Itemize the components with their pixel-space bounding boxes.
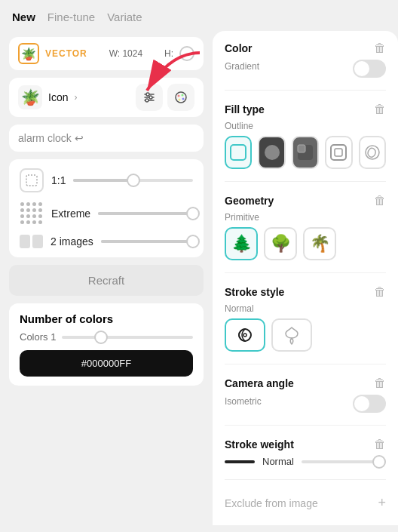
left-panel: 🪴 VECTOR W: 1024 H: 🪴 Icon › <box>0 31 213 525</box>
recraft-button[interactable]: Recraft <box>9 265 204 296</box>
stroke-weight-title: Stroke weight <box>225 438 294 451</box>
images-label: 2 images <box>51 235 93 248</box>
palette-tool-btn[interactable] <box>167 84 194 111</box>
svg-point-10 <box>182 98 185 100</box>
color-trash-icon[interactable]: 🗑 <box>374 42 386 55</box>
vector-label: VECTOR <box>45 48 87 59</box>
stroke-style-options <box>225 318 386 352</box>
fill-option-blob[interactable] <box>359 136 386 169</box>
icon-tools <box>136 84 194 111</box>
svg-rect-12 <box>26 175 37 186</box>
stroke-weight-trash-icon[interactable]: 🗑 <box>374 438 386 451</box>
stroke-weight-label: Normal <box>262 456 294 467</box>
stroke-weight-section: Stroke weight 🗑 Normal <box>225 438 386 467</box>
icon-thumbnail: 🪴 <box>18 85 42 109</box>
detail-control: Extreme <box>20 201 193 226</box>
stroke-style-header: Stroke style 🗑 <box>225 285 386 299</box>
color-section: Color 🗑 Gradient <box>225 42 386 78</box>
vector-circle-btn[interactable] <box>179 46 194 61</box>
isometric-label: Isometric <box>225 396 262 407</box>
primitive-options: 🌲 🌳 🌴 <box>225 227 386 260</box>
images-slider[interactable] <box>101 240 193 243</box>
svg-point-19 <box>243 334 246 337</box>
fill-type-title: Fill type <box>225 103 265 115</box>
tab-new[interactable]: New <box>12 11 35 23</box>
colors-title: Number of colors <box>20 312 193 325</box>
geometry-title: Geometry <box>225 195 274 207</box>
geometry-section: Geometry 🗑 Primitive 🌲 🌳 🌴 <box>225 194 386 260</box>
svg-rect-17 <box>331 145 346 160</box>
stroke-weight-slider[interactable] <box>302 460 386 463</box>
primitive-tree1[interactable]: 🌲 <box>225 227 258 260</box>
svg-rect-13 <box>231 145 246 160</box>
fill-option-filled-circle[interactable] <box>258 136 285 169</box>
tab-variate[interactable]: Variate <box>107 11 142 23</box>
settings-tool-btn[interactable] <box>136 84 163 111</box>
vector-dims: W: 1024 <box>109 48 142 59</box>
colors-section: Number of colors Colors 1 #000000FF <box>9 303 204 386</box>
svg-rect-18 <box>335 149 342 156</box>
stroke-weight-control: Normal <box>225 456 386 467</box>
fill-type-trash-icon[interactable]: 🗑 <box>374 103 386 116</box>
vector-height: H: <box>164 48 173 59</box>
gradient-label: Gradient <box>225 61 259 72</box>
stroke-style-trash-icon[interactable]: 🗑 <box>374 285 386 299</box>
exclude-add-icon[interactable]: + <box>378 495 386 511</box>
fill-type-header: Fill type 🗑 <box>225 103 386 116</box>
color-swatch[interactable]: #000000FF <box>20 350 193 377</box>
main-layout: 🪴 VECTOR W: 1024 H: 🪴 Icon › <box>0 31 398 525</box>
color-header: Color 🗑 <box>225 42 386 55</box>
exclude-label: Exclude from image <box>225 497 318 509</box>
camera-angle-section: Camera angle 🗑 Isometric <box>225 377 386 413</box>
fill-option-outline-box[interactable] <box>325 136 352 169</box>
detail-slider[interactable] <box>98 212 193 215</box>
svg-point-14 <box>265 145 280 160</box>
svg-point-11 <box>179 99 181 101</box>
camera-angle-header: Camera angle 🗑 <box>225 377 386 390</box>
color-title: Color <box>225 42 253 54</box>
svg-point-5 <box>149 96 152 99</box>
right-panel: Color 🗑 Gradient Fill type 🗑 Outline <box>213 31 398 525</box>
stroke-style-sublabel: Normal <box>225 303 386 314</box>
stroke-weight-header: Stroke weight 🗑 <box>225 438 386 451</box>
camera-angle-trash-icon[interactable]: 🗑 <box>374 377 386 390</box>
prompt-area[interactable]: alarm clock ↩ <box>9 125 204 152</box>
colors-slider[interactable] <box>62 336 193 339</box>
images-control: 2 images <box>20 235 193 248</box>
fill-type-sublabel: Outline <box>225 121 386 131</box>
camera-angle-title: Camera angle <box>225 377 294 389</box>
detail-icon <box>20 201 44 226</box>
fill-type-section: Fill type 🗑 Outline <box>225 103 386 169</box>
isometric-toggle[interactable] <box>353 395 386 413</box>
geometry-trash-icon[interactable]: 🗑 <box>374 194 386 208</box>
svg-point-8 <box>178 95 180 97</box>
detail-label: Extreme <box>51 208 90 220</box>
tab-finetune[interactable]: Fine-tune <box>47 11 95 23</box>
stroke-option-clover2[interactable] <box>271 318 312 352</box>
ratio-icon <box>20 168 44 192</box>
icon-selector[interactable]: 🪴 Icon › <box>9 78 204 117</box>
colors-count-label: Colors 1 <box>20 331 56 343</box>
stroke-style-title: Stroke style <box>225 286 284 298</box>
fill-option-mixed[interactable] <box>292 136 319 169</box>
gradient-toggle[interactable] <box>353 60 386 78</box>
svg-point-9 <box>182 94 184 97</box>
primitive-tree2[interactable]: 🌳 <box>264 227 297 260</box>
svg-point-4 <box>146 93 149 96</box>
images-icon <box>20 235 43 248</box>
gradient-row: Gradient <box>225 60 386 78</box>
stroke-option-clover1[interactable] <box>225 318 265 352</box>
chevron-right-icon: › <box>74 92 77 103</box>
geometry-sublabel: Primitive <box>225 212 386 223</box>
fill-option-outline-square[interactable] <box>225 136 252 169</box>
ratio-control: 1:1 <box>20 168 193 192</box>
icon-name: Icon <box>48 91 68 103</box>
fill-type-options <box>225 136 386 169</box>
ratio-slider[interactable] <box>73 179 193 182</box>
svg-point-6 <box>145 99 148 102</box>
primitive-tree3[interactable]: 🌴 <box>303 227 336 260</box>
vector-header: 🪴 VECTOR W: 1024 H: <box>9 37 204 70</box>
svg-rect-16 <box>298 145 305 152</box>
controls-section: 1:1 Extreme <box>9 159 204 257</box>
geometry-header: Geometry 🗑 <box>225 194 386 208</box>
